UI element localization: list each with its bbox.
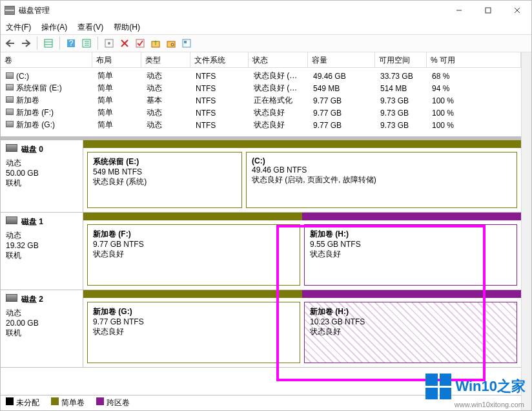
drive-icon (6, 72, 14, 79)
forward-icon[interactable] (20, 37, 32, 49)
col-status[interactable]: 状态 (249, 52, 308, 67)
col-capacity[interactable]: 容量 (308, 52, 375, 67)
col-fs[interactable]: 文件系统 (190, 52, 249, 67)
legend: 未分配 简单卷 跨区卷 (1, 395, 521, 410)
menu-view[interactable]: 查看(V) (77, 22, 103, 33)
folder-search-icon[interactable] (165, 37, 177, 49)
disk-layout-area: 磁盘 0动态50.00 GB联机系统保留 (E:)549 MB NTFS状态良好… (1, 140, 521, 395)
disk-label[interactable]: 磁盘 2动态20.00 GB联机 (1, 290, 83, 367)
partition[interactable]: 新加卷 (H:)9.55 GB NTFS状态良好 (304, 224, 517, 286)
volume-row[interactable]: 新加卷 (F:)简单动态NTFS状态良好9.77 GB9.73 GB100 % (1, 107, 521, 119)
properties-icon[interactable] (181, 37, 192, 49)
drive-icon (6, 84, 14, 90)
delete-icon[interactable] (119, 37, 130, 49)
disk-icon (6, 144, 17, 152)
col-volume[interactable]: 卷 (1, 52, 92, 67)
toolbar: ? (1, 34, 531, 52)
volume-row[interactable]: (C:)简单动态NTFS状态良好 (…49.46 GB33.73 GB68 % (1, 70, 521, 82)
settings-icon[interactable] (103, 37, 115, 49)
disk-label[interactable]: 磁盘 1动态19.32 GB联机 (1, 213, 83, 290)
col-layout[interactable]: 布局 (92, 52, 141, 67)
menu-help[interactable]: 帮助(H) (114, 22, 140, 33)
volume-header: 卷 布局 类型 文件系统 状态 容量 可用空间 % 可用 (1, 52, 521, 68)
disk-label[interactable]: 磁盘 0动态50.00 GB联机 (1, 140, 83, 212)
details-icon[interactable] (81, 37, 92, 49)
legend-swatch-unallocated (6, 397, 14, 405)
partition[interactable]: (C:)49.46 GB NTFS状态良好 (启动, 页面文件, 故障转储) (246, 152, 517, 208)
col-type[interactable]: 类型 (141, 52, 190, 67)
partition[interactable]: 新加卷 (G:)9.77 GB NTFS状态良好 (87, 302, 300, 363)
help-icon[interactable]: ? (65, 37, 77, 49)
disk-row: 磁盘 1动态19.32 GB联机新加卷 (F:)9.77 GB NTFS状态良好… (1, 213, 521, 290)
drive-icon (6, 96, 14, 103)
volume-row[interactable]: 新加卷 (G:)简单动态NTFS状态良好9.77 GB9.73 GB100 % (1, 119, 521, 131)
drive-icon (6, 109, 14, 115)
volume-list: (C:)简单动态NTFS状态良好 (…49.46 GB33.73 GB68 %系… (1, 68, 521, 136)
close-button[interactable] (502, 1, 531, 19)
disk-row: 磁盘 0动态50.00 GB联机系统保留 (E:)549 MB NTFS状态良好… (1, 140, 521, 213)
back-icon[interactable] (5, 37, 16, 49)
svg-point-14 (108, 42, 110, 45)
window-title: 磁盘管理 (19, 5, 444, 16)
disk-icon (6, 216, 17, 224)
legend-swatch-span (96, 397, 104, 405)
partition[interactable]: 系统保留 (E:)549 MB NTFS状态良好 (系统) (87, 152, 242, 208)
minimize-button[interactable] (444, 1, 473, 19)
folder-up-icon[interactable] (150, 37, 161, 49)
col-pct[interactable]: % 可用 (427, 52, 521, 67)
menubar: 文件(F) 操作(A) 查看(V) 帮助(H) (1, 20, 531, 34)
volume-row[interactable]: 系统保留 (E:)简单动态NTFS状态良好 (…549 MB514 MB94 % (1, 82, 521, 94)
view-list-icon[interactable] (43, 37, 54, 49)
menu-action[interactable]: 操作(A) (41, 22, 67, 33)
disk-icon (6, 294, 17, 302)
volume-row[interactable]: 新加卷简单基本NTFS正在格式化9.77 GB9.73 GB100 % (1, 94, 521, 107)
drive-icon (6, 121, 14, 127)
svg-rect-4 (45, 39, 52, 47)
partition[interactable]: 新加卷 (H:)10.23 GB NTFS状态良好 (304, 302, 517, 363)
partition[interactable]: 新加卷 (F:)9.77 GB NTFS状态良好 (87, 224, 300, 286)
svg-rect-1 (486, 8, 491, 13)
svg-text:?: ? (69, 39, 74, 48)
vertical-scrollbar[interactable] (521, 52, 531, 410)
col-free[interactable]: 可用空间 (375, 52, 427, 67)
app-icon (5, 6, 15, 15)
maximize-button[interactable] (473, 1, 502, 19)
disk-row: 磁盘 2动态20.00 GB联机新加卷 (G:)9.77 GB NTFS状态良好… (1, 290, 521, 368)
check-icon[interactable] (134, 37, 146, 49)
legend-swatch-simple (51, 397, 59, 405)
window-titlebar: 磁盘管理 (1, 1, 531, 20)
svg-rect-22 (184, 41, 187, 43)
menu-file[interactable]: 文件(F) (6, 22, 31, 33)
